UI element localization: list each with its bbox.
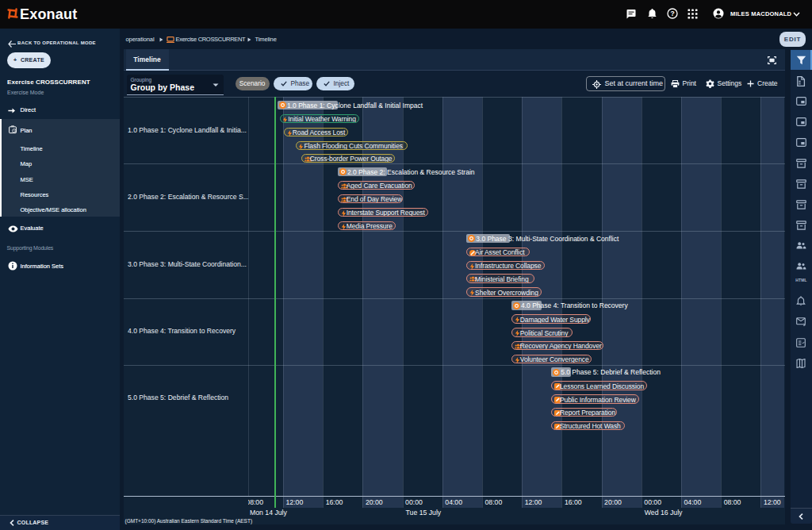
svg-text:?: ? [670, 10, 674, 17]
